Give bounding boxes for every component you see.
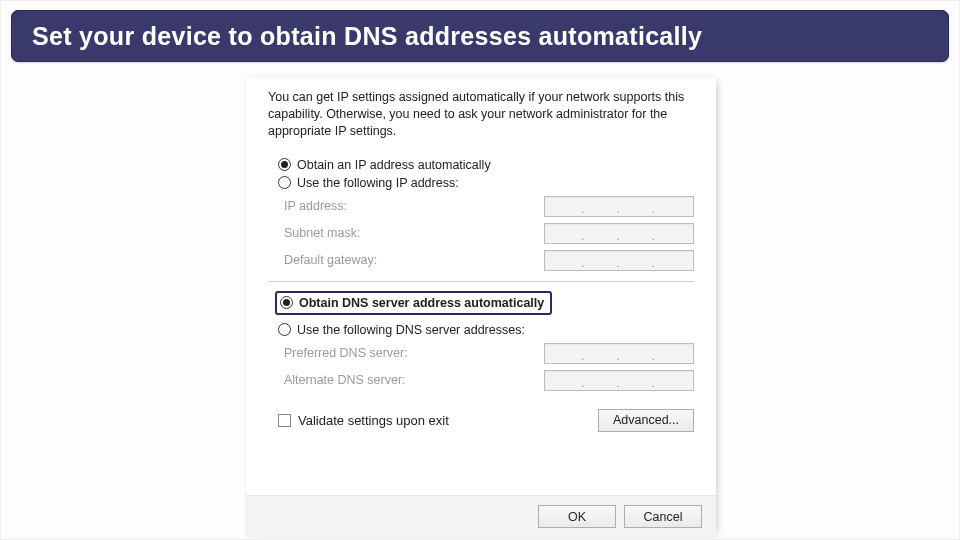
radio-obtain-ip-auto[interactable]: Obtain an IP address automatically: [278, 158, 694, 172]
preferred-dns-input[interactable]: ...: [544, 343, 694, 364]
radio-icon: [278, 176, 291, 189]
ip-fields: IP address: ... Subnet mask: ... Default…: [284, 196, 694, 271]
separator: [268, 281, 694, 283]
radio-icon: [280, 296, 293, 309]
field-ip-address: IP address: ...: [284, 196, 694, 217]
checkbox-icon: [278, 414, 291, 427]
ok-button[interactable]: OK: [538, 505, 616, 528]
radio-use-dns-manual[interactable]: Use the following DNS server addresses:: [278, 323, 694, 337]
bottom-row: Validate settings upon exit Advanced...: [268, 409, 694, 432]
dns-fields: Preferred DNS server: ... Alternate DNS …: [284, 343, 694, 391]
cancel-button[interactable]: Cancel: [624, 505, 702, 528]
radio-use-ip-manual[interactable]: Use the following IP address:: [278, 176, 694, 190]
field-label: Alternate DNS server:: [284, 373, 406, 387]
field-label: Preferred DNS server:: [284, 346, 408, 360]
advanced-button[interactable]: Advanced...: [598, 409, 694, 432]
button-label: Cancel: [644, 510, 683, 524]
field-label: Default gateway:: [284, 253, 377, 267]
alternate-dns-input[interactable]: ...: [544, 370, 694, 391]
radio-label: Obtain DNS server address automatically: [299, 296, 544, 310]
radio-label: Use the following DNS server addresses:: [297, 323, 525, 337]
instruction-banner-text: Set your device to obtain DNS addresses …: [32, 22, 702, 51]
button-label: Advanced...: [613, 413, 679, 427]
help-text: You can get IP settings assigned automat…: [268, 89, 694, 140]
field-default-gateway: Default gateway: ...: [284, 250, 694, 271]
field-preferred-dns: Preferred DNS server: ...: [284, 343, 694, 364]
validate-settings-checkbox[interactable]: Validate settings upon exit: [278, 413, 449, 428]
field-subnet-mask: Subnet mask: ...: [284, 223, 694, 244]
button-label: OK: [568, 510, 586, 524]
checkbox-label: Validate settings upon exit: [298, 413, 449, 428]
radio-obtain-dns-auto[interactable]: Obtain DNS server address automatically: [275, 291, 552, 315]
field-label: Subnet mask:: [284, 226, 360, 240]
ipv4-properties-dialog: You can get IP settings assigned automat…: [246, 77, 716, 537]
ip-group: Obtain an IP address automatically Use t…: [268, 158, 694, 271]
default-gateway-input[interactable]: ...: [544, 250, 694, 271]
field-alternate-dns: Alternate DNS server: ...: [284, 370, 694, 391]
instruction-banner: Set your device to obtain DNS addresses …: [11, 10, 949, 62]
ip-address-input[interactable]: ...: [544, 196, 694, 217]
radio-icon: [278, 158, 291, 171]
radio-icon: [278, 323, 291, 336]
radio-label: Use the following IP address:: [297, 176, 459, 190]
dns-group: Obtain DNS server address automatically …: [268, 287, 694, 391]
radio-label: Obtain an IP address automatically: [297, 158, 491, 172]
field-label: IP address:: [284, 199, 347, 213]
dialog-button-bar: OK Cancel: [246, 495, 716, 537]
subnet-mask-input[interactable]: ...: [544, 223, 694, 244]
